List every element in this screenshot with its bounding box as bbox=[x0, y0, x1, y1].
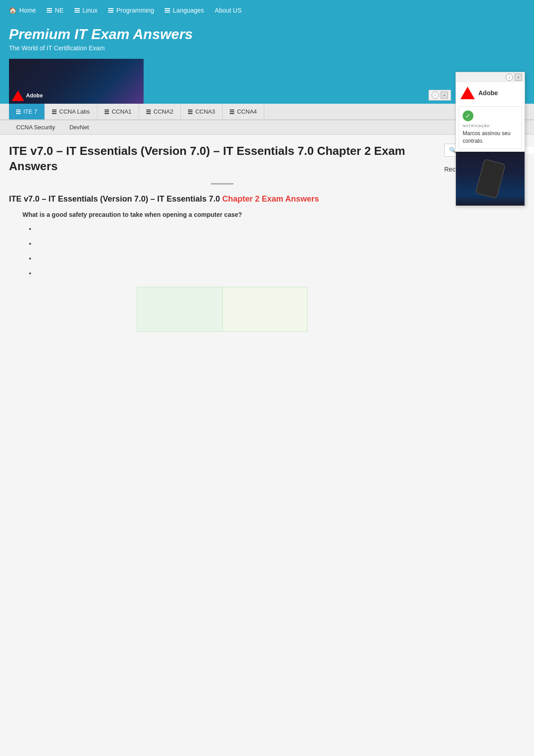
article-title: ITE v7.0 – IT Essentials (Version 7.0) –… bbox=[9, 193, 435, 205]
site-title: Premium IT Exam Answers bbox=[9, 26, 525, 43]
ad-adobe-text: Adobe bbox=[478, 89, 498, 97]
hero-banner: Adobe bbox=[0, 59, 534, 104]
nav-languages[interactable]: Languages bbox=[165, 7, 204, 14]
nav-ne-label: NE bbox=[55, 7, 63, 14]
sub-nav-devnet-label: DevNet bbox=[70, 124, 89, 131]
ad-notification: ✓ NOTIFICAÇÃO Marcos assinou seu contrat… bbox=[459, 106, 522, 149]
article-question: What is a good safety precaution to take… bbox=[22, 210, 435, 220]
adobe-ad-2: i × bbox=[429, 90, 451, 101]
menu-icon-ne bbox=[47, 8, 52, 13]
nav-linux-label: Linux bbox=[83, 7, 97, 14]
sub-nav-ccna-labs-label: CCNA Labs bbox=[59, 108, 90, 115]
answer-item-4 bbox=[36, 268, 435, 278]
nav-ne[interactable]: NE bbox=[47, 7, 63, 14]
green-box-left bbox=[137, 287, 223, 331]
article-title-highlight: Chapter 2 Exam Answers bbox=[222, 194, 319, 203]
nav-linux[interactable]: Linux bbox=[74, 7, 97, 14]
menu-icon-languages bbox=[165, 8, 170, 13]
ad-adobe-logo-area: Adobe bbox=[456, 82, 525, 104]
sub-nav-ccna2[interactable]: CCNA2 bbox=[139, 104, 181, 119]
page-title-block: ITE v7.0 – IT Essentials (Version 7.0) –… bbox=[9, 144, 435, 174]
answer-list bbox=[36, 224, 435, 278]
answer-item-1 bbox=[36, 224, 435, 233]
page-title: ITE v7.0 – IT Essentials (Version 7.0) –… bbox=[9, 144, 435, 174]
sub-nav-ccna3-label: CCNA3 bbox=[195, 108, 215, 115]
adobe-ad-inner: i × Adobe ✓ NOTIFICAÇÃO Marcos assinou s… bbox=[455, 72, 525, 206]
sub-nav-ccna-security-label: CCNA Security bbox=[16, 124, 55, 131]
green-box-placeholder bbox=[137, 287, 307, 332]
sub-nav-ccna4[interactable]: CCNA4 bbox=[223, 104, 264, 119]
ad-checkmark-icon: ✓ bbox=[463, 110, 473, 121]
menu-icon-ccna3 bbox=[188, 110, 193, 114]
ad-close-btn[interactable]: × bbox=[515, 74, 522, 81]
sub-navigation: ITE 7 CCNA Labs CCNA1 CCNA2 CCNA3 CCNA4 bbox=[0, 104, 534, 120]
nav-languages-label: Languages bbox=[173, 7, 204, 14]
top-navigation: 🏠 Home NE Linux Programming Languages Ab… bbox=[0, 0, 534, 20]
phone-shape-icon bbox=[475, 158, 506, 198]
sub-nav-ccna-labs[interactable]: CCNA Labs bbox=[45, 104, 97, 119]
adobe-triangle-ad-icon bbox=[460, 87, 475, 99]
ad2-info-icon[interactable]: i bbox=[432, 92, 439, 99]
adobe-logo-hero: Adobe bbox=[12, 90, 43, 101]
nav-about-label: About US bbox=[215, 7, 242, 14]
site-subtitle: The World of IT Certification Exam bbox=[9, 44, 525, 52]
menu-icon-ccna-labs bbox=[52, 110, 57, 114]
hero-image: Adobe bbox=[9, 59, 144, 104]
ad-notification-label: NOTIFICAÇÃO bbox=[463, 124, 518, 128]
menu-icon-linux bbox=[74, 8, 80, 13]
site-header: Premium IT Exam Answers The World of IT … bbox=[0, 20, 534, 59]
nav-programming-label: Programming bbox=[116, 7, 154, 14]
main-wrapper: ITE v7.0 – IT Essentials (Version 7.0) –… bbox=[0, 135, 534, 341]
menu-icon-ccna2 bbox=[146, 110, 151, 114]
sub-nav-ccna3[interactable]: CCNA3 bbox=[181, 104, 223, 119]
ad-notification-text: Marcos assinou seu contrato. bbox=[463, 130, 518, 145]
menu-icon-ite7 bbox=[16, 110, 21, 114]
ad-phone-image bbox=[456, 152, 525, 206]
adobe-ad-popup: i × Adobe ✓ NOTIFICAÇÃO Marcos assinou s… bbox=[455, 72, 525, 206]
sub-nav-devnet[interactable]: DevNet bbox=[62, 120, 96, 134]
ad-top-bar: i × bbox=[456, 72, 525, 82]
ad-info-icon[interactable]: i bbox=[506, 74, 513, 81]
adobe-hero-text: Adobe bbox=[26, 92, 43, 99]
green-box-right bbox=[223, 287, 307, 331]
nav-programming[interactable]: Programming bbox=[108, 7, 154, 14]
menu-icon-programming bbox=[108, 8, 114, 13]
article-title-start: ITE v7.0 – IT Essentials (Version 7.0) –… bbox=[9, 194, 222, 203]
sub-nav-ccna1[interactable]: CCNA1 bbox=[97, 104, 139, 119]
nav-home[interactable]: 🏠 Home bbox=[9, 7, 36, 14]
home-icon: 🏠 bbox=[9, 7, 17, 14]
answer-item-2 bbox=[36, 239, 435, 248]
sub-nav-ite7[interactable]: ITE 7 bbox=[9, 104, 45, 119]
ad2-close-btn[interactable]: × bbox=[441, 92, 448, 99]
sub-nav-ccna1-label: CCNA1 bbox=[112, 108, 131, 115]
content-divider bbox=[211, 183, 233, 185]
adobe-triangle-icon bbox=[12, 90, 24, 101]
sub-navigation-2: CCNA Security DevNet bbox=[0, 120, 534, 135]
sub-nav-ccna2-label: CCNA2 bbox=[153, 108, 173, 115]
menu-icon-ccna1 bbox=[105, 110, 109, 114]
ad2-top-bar: i × bbox=[429, 90, 451, 101]
answer-item-3 bbox=[36, 254, 435, 263]
sub-nav-ccna4-label: CCNA4 bbox=[237, 108, 257, 115]
sub-nav-ite7-label: ITE 7 bbox=[23, 108, 37, 115]
article-section: ITE v7.0 – IT Essentials (Version 7.0) –… bbox=[9, 193, 435, 278]
nav-about[interactable]: About US bbox=[215, 7, 242, 14]
sub-nav-ccna-security[interactable]: CCNA Security bbox=[9, 120, 62, 134]
nav-home-label: Home bbox=[19, 7, 36, 14]
main-content: ITE v7.0 – IT Essentials (Version 7.0) –… bbox=[9, 144, 435, 332]
menu-icon-ccna4 bbox=[230, 110, 234, 114]
